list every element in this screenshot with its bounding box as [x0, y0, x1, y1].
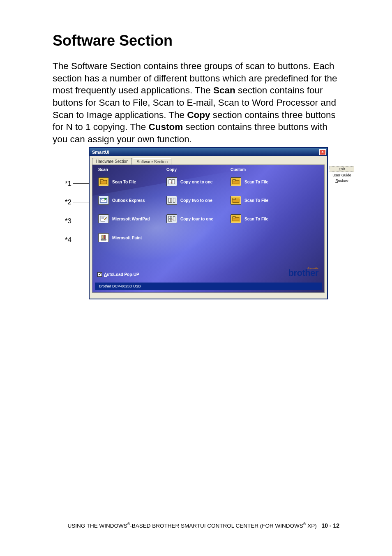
brother-wordmark: brother — [288, 268, 319, 278]
page-footer: USING THE WINDOWS®-BASED BROTHER SMARTUI… — [0, 522, 392, 529]
svg-rect-27 — [233, 198, 235, 200]
svg-rect-18 — [168, 216, 170, 218]
brother-logo: At your side. brother — [288, 267, 319, 278]
svg-rect-9 — [104, 235, 106, 239]
exit-button[interactable]: Exit — [330, 166, 354, 172]
svg-rect-17 — [173, 198, 175, 203]
callout-2-label: *2 — [65, 198, 71, 206]
status-bar: Brother DCP-8025D USB — [95, 283, 322, 290]
svg-rect-13 — [172, 180, 175, 184]
custom-row-3[interactable]: Scan To File — [231, 214, 286, 223]
custom-row-1-label: Scan To File — [244, 180, 286, 184]
custom-row-2[interactable]: Scan To File — [231, 196, 286, 205]
tab-software-section[interactable]: Software Section — [133, 158, 171, 165]
callout-1-label: *1 — [65, 180, 71, 188]
scan-row-1-label: Scan To File — [112, 180, 153, 184]
svg-rect-29 — [233, 217, 235, 218]
intro-scan-bold: Scan — [213, 85, 235, 95]
svg-rect-23 — [173, 217, 175, 221]
svg-point-3 — [104, 198, 106, 200]
tab-row: Hardware Section Software Section — [90, 156, 327, 164]
user-guide-link[interactable]: User Guide — [330, 173, 354, 177]
copy-row-2[interactable]: → Copy two to one — [166, 196, 221, 205]
restore-link[interactable]: Restore — [330, 178, 354, 183]
svg-rect-10 — [101, 239, 106, 241]
copy-row-2-label: Copy two to one — [180, 198, 221, 203]
svg-rect-8 — [102, 235, 104, 239]
scan-row-4[interactable]: Microsoft Paint — [98, 233, 153, 242]
wordpad-icon — [98, 214, 109, 223]
footer-text-c: XP) — [306, 523, 316, 529]
window-title: SmartUI — [92, 150, 109, 155]
copy-four-icon: → — [166, 214, 177, 223]
svg-rect-4 — [101, 216, 105, 221]
svg-rect-20 — [168, 219, 170, 221]
close-icon[interactable]: × — [319, 149, 326, 155]
window-titlebar: SmartUI × — [90, 148, 327, 156]
paint-icon — [98, 233, 109, 242]
side-links: Exit User Guide Restore — [330, 166, 354, 183]
scan-row-3-label: Microsoft WordPad — [112, 217, 153, 221]
smartui-window: SmartUI × Hardware Section Software Sect… — [89, 147, 328, 299]
status-text: Brother DCP-8025D USB — [99, 284, 141, 288]
folder-icon — [231, 214, 241, 223]
page-number: 10 - 12 — [321, 522, 339, 529]
footer-text-b: -BASED BROTHER SMARTUI CONTROL CENTER (F… — [130, 523, 303, 529]
custom-row-1[interactable]: Scan To File — [231, 177, 286, 186]
intro-copy-bold: Copy — [187, 110, 210, 120]
restore-rest: estore — [338, 178, 348, 183]
folder-icon — [231, 196, 241, 205]
column-header-custom: Custom — [231, 167, 246, 172]
checkbox-icon[interactable]: ✓ — [97, 272, 102, 277]
folder-icon — [231, 177, 241, 186]
exit-rest: xit — [341, 167, 345, 171]
autoload-label: AutoLoad Pop-UP — [104, 272, 139, 277]
svg-text:→: → — [170, 181, 172, 183]
intro-paragraph: The Software Section contains three grou… — [53, 60, 340, 146]
autoload-label-rest: utoLoad Pop-UP — [107, 272, 139, 277]
screenshot-area: *1 *2 *3 *4 SmartUI × Hardware Section S… — [67, 147, 350, 300]
callout-3-label: *3 — [65, 217, 71, 225]
callout-4-label: *4 — [65, 236, 71, 244]
mail-icon — [98, 196, 109, 205]
svg-rect-25 — [233, 180, 235, 181]
user-guide-rest: ser Guide — [335, 173, 351, 177]
copy-row-3[interactable]: → Copy four to one — [166, 214, 221, 223]
scan-row-1[interactable]: Scan To File — [98, 177, 153, 186]
svg-rect-1 — [100, 180, 103, 181]
autoload-checkbox-row[interactable]: ✓ AutoLoad Pop-UP — [97, 272, 139, 277]
column-header-copy: Copy — [166, 167, 177, 172]
tab-hardware-section[interactable]: Hardware Section — [92, 158, 132, 164]
svg-rect-14 — [168, 198, 170, 203]
copy-row-1[interactable]: → Copy one to one — [166, 177, 221, 186]
copy-row-1-label: Copy one to one — [180, 180, 221, 184]
copy-row-3-label: Copy four to one — [180, 217, 221, 221]
custom-row-3-label: Scan To File — [244, 217, 286, 221]
intro-custom-bold: Custom — [148, 122, 183, 132]
column-header-scan: Scan — [98, 167, 108, 172]
main-panel: Scan Copy Custom Scan To File Outlook Ex… — [92, 164, 325, 293]
copy-two-icon: → — [166, 196, 177, 205]
scan-row-4-label: Microsoft Paint — [112, 236, 153, 240]
scan-row-3[interactable]: Microsoft WordPad — [98, 214, 153, 223]
scan-row-2[interactable]: Outlook Express — [98, 196, 153, 205]
page-title: Software Section — [53, 32, 173, 49]
copy-one-icon: → — [166, 177, 177, 186]
custom-row-2-label: Scan To File — [244, 198, 286, 203]
footer-text-a: USING THE WINDOWS — [67, 523, 127, 529]
scan-row-2-label: Outlook Express — [112, 198, 153, 203]
folder-icon — [98, 177, 109, 186]
